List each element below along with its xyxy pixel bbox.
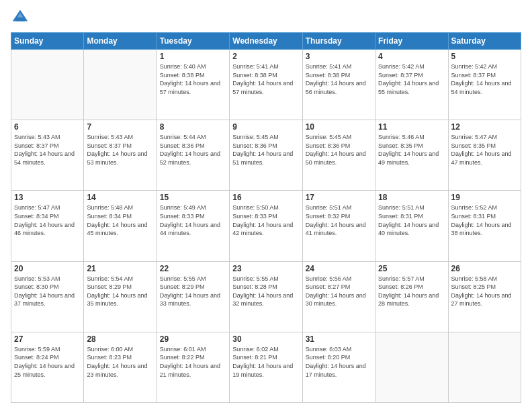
day-number: 23 xyxy=(232,264,299,273)
calendar-cell xyxy=(375,332,448,402)
calendar-cell: 3Sunrise: 5:41 AMSunset: 8:38 PMDaylight… xyxy=(302,50,375,120)
weekday-header-wednesday: Wednesday xyxy=(230,33,302,50)
calendar-cell: 9Sunrise: 5:45 AMSunset: 8:36 PMDaylight… xyxy=(230,120,302,191)
day-number: 1 xyxy=(160,52,226,61)
day-number: 2 xyxy=(232,52,299,61)
day-number: 10 xyxy=(306,122,372,132)
day-number: 24 xyxy=(306,264,372,273)
day-number: 6 xyxy=(14,122,81,132)
day-number: 29 xyxy=(160,334,226,344)
day-info: Sunrise: 5:54 AMSunset: 8:29 PMDaylight:… xyxy=(87,275,153,308)
calendar-cell: 17Sunrise: 5:51 AMSunset: 8:32 PMDayligh… xyxy=(302,191,375,261)
calendar-cell: 6Sunrise: 5:43 AMSunset: 8:37 PMDaylight… xyxy=(11,120,84,191)
day-number: 15 xyxy=(160,193,226,202)
calendar-cell: 25Sunrise: 5:57 AMSunset: 8:26 PMDayligh… xyxy=(375,261,448,332)
calendar-cell xyxy=(84,50,157,120)
day-info: Sunrise: 5:44 AMSunset: 8:36 PMDaylight:… xyxy=(160,133,226,167)
calendar-cell: 15Sunrise: 5:49 AMSunset: 8:33 PMDayligh… xyxy=(157,191,229,261)
calendar-cell: 5Sunrise: 5:42 AMSunset: 8:37 PMDaylight… xyxy=(448,50,521,120)
calendar-cell: 30Sunrise: 6:02 AMSunset: 8:21 PMDayligh… xyxy=(230,332,302,402)
day-info: Sunrise: 6:03 AMSunset: 8:20 PMDaylight:… xyxy=(306,345,372,379)
calendar-cell: 21Sunrise: 5:54 AMSunset: 8:29 PMDayligh… xyxy=(84,261,157,332)
calendar-cell: 19Sunrise: 5:52 AMSunset: 8:31 PMDayligh… xyxy=(448,191,521,261)
weekday-header-tuesday: Tuesday xyxy=(157,33,229,50)
weekday-header-sunday: Sunday xyxy=(11,33,84,50)
day-info: Sunrise: 5:55 AMSunset: 8:28 PMDaylight:… xyxy=(232,275,299,308)
logo xyxy=(11,8,32,27)
calendar-cell: 14Sunrise: 5:48 AMSunset: 8:34 PMDayligh… xyxy=(84,191,157,261)
day-number: 20 xyxy=(14,264,81,273)
day-info: Sunrise: 5:41 AMSunset: 8:38 PMDaylight:… xyxy=(306,62,372,96)
day-number: 7 xyxy=(87,122,153,132)
calendar-cell: 28Sunrise: 6:00 AMSunset: 8:23 PMDayligh… xyxy=(84,332,157,402)
calendar-cell: 16Sunrise: 5:50 AMSunset: 8:33 PMDayligh… xyxy=(230,191,302,261)
calendar-cell: 24Sunrise: 5:56 AMSunset: 8:27 PMDayligh… xyxy=(302,261,375,332)
calendar-cell: 27Sunrise: 5:59 AMSunset: 8:24 PMDayligh… xyxy=(11,332,84,402)
day-info: Sunrise: 5:42 AMSunset: 8:37 PMDaylight:… xyxy=(378,62,445,96)
day-number: 9 xyxy=(232,122,299,132)
day-number: 27 xyxy=(14,334,81,344)
day-number: 11 xyxy=(378,122,445,132)
day-info: Sunrise: 6:01 AMSunset: 8:22 PMDaylight:… xyxy=(160,345,226,379)
day-info: Sunrise: 5:45 AMSunset: 8:36 PMDaylight:… xyxy=(232,133,299,167)
day-number: 4 xyxy=(378,52,445,61)
calendar-cell: 10Sunrise: 5:45 AMSunset: 8:36 PMDayligh… xyxy=(302,120,375,191)
day-info: Sunrise: 6:00 AMSunset: 8:23 PMDaylight:… xyxy=(87,345,153,379)
day-number: 8 xyxy=(160,122,226,132)
day-info: Sunrise: 5:46 AMSunset: 8:35 PMDaylight:… xyxy=(378,133,445,167)
calendar-cell: 29Sunrise: 6:01 AMSunset: 8:22 PMDayligh… xyxy=(157,332,229,402)
calendar-week-5: 27Sunrise: 5:59 AMSunset: 8:24 PMDayligh… xyxy=(11,332,521,402)
day-info: Sunrise: 5:56 AMSunset: 8:27 PMDaylight:… xyxy=(306,275,372,308)
day-number: 26 xyxy=(451,264,518,273)
calendar-cell: 8Sunrise: 5:44 AMSunset: 8:36 PMDaylight… xyxy=(157,120,229,191)
svg-rect-2 xyxy=(15,17,25,21)
calendar-cell: 11Sunrise: 5:46 AMSunset: 8:35 PMDayligh… xyxy=(375,120,448,191)
calendar-cell: 2Sunrise: 5:41 AMSunset: 8:38 PMDaylight… xyxy=(230,50,302,120)
day-info: Sunrise: 5:48 AMSunset: 8:34 PMDaylight:… xyxy=(87,203,153,237)
calendar-cell: 7Sunrise: 5:43 AMSunset: 8:37 PMDaylight… xyxy=(84,120,157,191)
day-number: 31 xyxy=(306,334,372,344)
calendar-cell: 26Sunrise: 5:58 AMSunset: 8:25 PMDayligh… xyxy=(448,261,521,332)
day-number: 25 xyxy=(378,264,445,273)
calendar-cell: 22Sunrise: 5:55 AMSunset: 8:29 PMDayligh… xyxy=(157,261,229,332)
day-info: Sunrise: 5:55 AMSunset: 8:29 PMDaylight:… xyxy=(160,275,226,308)
day-info: Sunrise: 5:47 AMSunset: 8:34 PMDaylight:… xyxy=(14,203,81,237)
day-info: Sunrise: 5:49 AMSunset: 8:33 PMDaylight:… xyxy=(160,203,226,237)
day-info: Sunrise: 5:52 AMSunset: 8:31 PMDaylight:… xyxy=(451,203,518,237)
day-info: Sunrise: 5:51 AMSunset: 8:31 PMDaylight:… xyxy=(378,203,445,237)
day-info: Sunrise: 5:41 AMSunset: 8:38 PMDaylight:… xyxy=(232,62,299,96)
calendar-cell: 12Sunrise: 5:47 AMSunset: 8:35 PMDayligh… xyxy=(448,120,521,191)
calendar-cell: 1Sunrise: 5:40 AMSunset: 8:38 PMDaylight… xyxy=(157,50,229,120)
calendar-week-3: 13Sunrise: 5:47 AMSunset: 8:34 PMDayligh… xyxy=(11,191,521,261)
day-info: Sunrise: 5:43 AMSunset: 8:37 PMDaylight:… xyxy=(14,133,81,167)
day-number: 22 xyxy=(160,264,226,273)
day-number: 16 xyxy=(232,193,299,202)
calendar-table: SundayMondayTuesdayWednesdayThursdayFrid… xyxy=(11,32,521,403)
day-number: 30 xyxy=(232,334,299,344)
calendar-cell xyxy=(11,50,84,120)
day-info: Sunrise: 5:50 AMSunset: 8:33 PMDaylight:… xyxy=(232,203,299,237)
day-info: Sunrise: 5:53 AMSunset: 8:30 PMDaylight:… xyxy=(14,275,81,308)
page: SundayMondayTuesdayWednesdayThursdayFrid… xyxy=(0,0,532,411)
day-info: Sunrise: 5:47 AMSunset: 8:35 PMDaylight:… xyxy=(451,133,518,167)
calendar-cell: 23Sunrise: 5:55 AMSunset: 8:28 PMDayligh… xyxy=(230,261,302,332)
calendar-week-4: 20Sunrise: 5:53 AMSunset: 8:30 PMDayligh… xyxy=(11,261,521,332)
day-info: Sunrise: 5:45 AMSunset: 8:36 PMDaylight:… xyxy=(306,133,372,167)
calendar-week-2: 6Sunrise: 5:43 AMSunset: 8:37 PMDaylight… xyxy=(11,120,521,191)
calendar-cell xyxy=(448,332,521,402)
calendar-cell: 20Sunrise: 5:53 AMSunset: 8:30 PMDayligh… xyxy=(11,261,84,332)
day-number: 14 xyxy=(87,193,153,202)
day-info: Sunrise: 5:40 AMSunset: 8:38 PMDaylight:… xyxy=(160,62,226,96)
weekday-header-row: SundayMondayTuesdayWednesdayThursdayFrid… xyxy=(11,33,521,50)
day-info: Sunrise: 5:51 AMSunset: 8:32 PMDaylight:… xyxy=(306,203,372,237)
calendar-week-1: 1Sunrise: 5:40 AMSunset: 8:38 PMDaylight… xyxy=(11,50,521,120)
weekday-header-thursday: Thursday xyxy=(302,33,375,50)
weekday-header-monday: Monday xyxy=(84,33,157,50)
weekday-header-saturday: Saturday xyxy=(448,33,521,50)
weekday-header-friday: Friday xyxy=(375,33,448,50)
logo-icon xyxy=(11,8,30,27)
calendar-cell: 31Sunrise: 6:03 AMSunset: 8:20 PMDayligh… xyxy=(302,332,375,402)
day-info: Sunrise: 6:02 AMSunset: 8:21 PMDaylight:… xyxy=(232,345,299,379)
header xyxy=(11,8,521,27)
day-info: Sunrise: 5:58 AMSunset: 8:25 PMDaylight:… xyxy=(451,275,518,308)
